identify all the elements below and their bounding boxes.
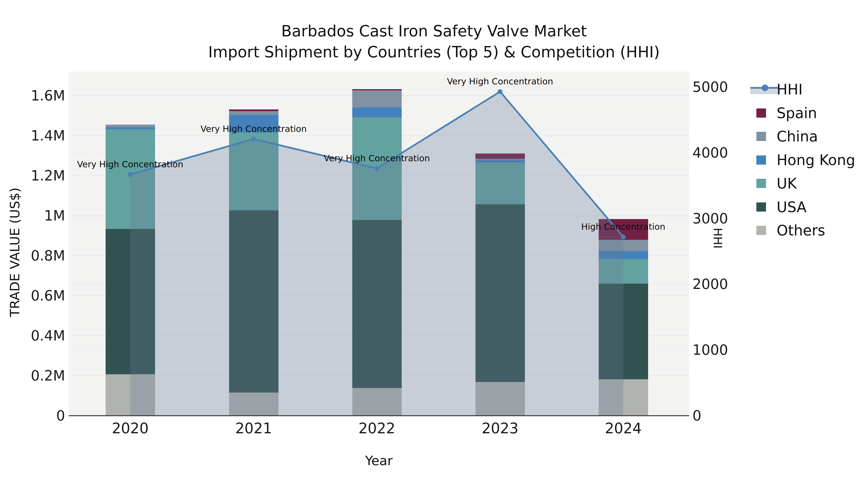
bar-segment-hong_kong-2024 [599, 251, 648, 259]
y-tick-left-0: 0 [7, 409, 65, 423]
legend-swatch-others-icon [756, 226, 766, 235]
chart-title-line1: Barbados Cast Iron Safety Valve Market [0, 22, 868, 40]
y-tick-right-0: 0 [692, 409, 750, 423]
bar-segment-others-2022 [352, 388, 402, 416]
legend-label: UK [777, 176, 797, 191]
bar-segment-china-2020 [105, 125, 155, 127]
legend-label: Spain [777, 105, 817, 121]
x-tick-2024: 2024 [605, 421, 642, 435]
axis-title-x: Year [365, 453, 393, 468]
y-tick-left-0.2M: 0.2M [7, 369, 65, 383]
x-axis-line [69, 415, 689, 416]
legend-swatch-usa-icon [756, 202, 766, 212]
x-tick-2023: 2023 [482, 421, 519, 435]
legend-hhi-dot-icon [762, 85, 768, 91]
x-tick-2020: 2020 [112, 421, 149, 435]
legend-swatch-spain-icon [756, 108, 766, 118]
y-tick-left-1M: 1M [7, 209, 65, 223]
chart-figure: Barbados Cast Iron Safety Valve Market I… [0, 0, 868, 488]
legend-label: China [777, 129, 818, 144]
bar-segment-others-2024 [599, 379, 648, 416]
y-tick-left-1.4M: 1.4M [7, 129, 65, 143]
bar-segment-usa-2020 [105, 229, 155, 374]
y-tick-left-1.2M: 1.2M [7, 169, 65, 183]
y-tick-left-0.6M: 0.6M [7, 289, 65, 303]
chart-title-line2: Import Shipment by Countries (Top 5) & C… [0, 43, 868, 61]
y-tick-right-3000: 3000 [692, 212, 750, 226]
y-tick-right-4000: 4000 [692, 146, 750, 160]
y-tick-left-0.8M: 0.8M [7, 249, 65, 263]
legend-swatch-china-icon [756, 132, 766, 141]
y-tick-right-1000: 1000 [692, 343, 750, 357]
legend-item-spain: Spain [0, 105, 868, 122]
legend-item-uk: UK [0, 175, 868, 192]
y-tick-left-1.6M: 1.6M [7, 89, 65, 103]
legend-item-china: China [0, 128, 868, 145]
y-tick-right-5000: 5000 [692, 80, 750, 94]
legend-swatch-hong-kong-icon [756, 156, 766, 165]
bar-segment-china-2024 [599, 240, 648, 251]
bar-segment-others-2023 [475, 382, 525, 416]
bar-segment-others-2020 [105, 374, 155, 416]
x-tick-2021: 2021 [235, 421, 272, 435]
bar-segment-usa-2022 [352, 220, 402, 388]
y-tick-right-2000: 2000 [692, 277, 750, 291]
bar-segment-others-2021 [229, 393, 278, 416]
legend-label: Others [777, 223, 825, 238]
bar-segment-uk-2024 [599, 259, 648, 284]
bar-segment-usa-2024 [599, 284, 648, 379]
legend-label: USA [777, 199, 807, 215]
legend-label: HHI [777, 82, 803, 97]
legend-swatch-uk-icon [756, 179, 766, 188]
plot-area [69, 72, 689, 416]
y-tick-left-0.4M: 0.4M [7, 329, 65, 343]
legend-label: Hong Kong [777, 152, 855, 168]
x-tick-2022: 2022 [359, 421, 396, 435]
